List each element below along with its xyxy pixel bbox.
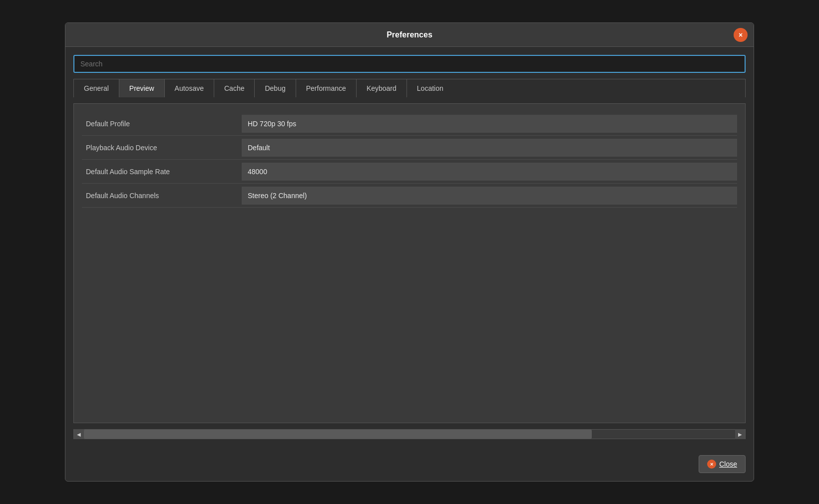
setting-label-default-audio-sample-rate: Default Audio Sample Rate <box>82 163 242 181</box>
tab-cache[interactable]: Cache <box>214 79 255 97</box>
setting-value-default-audio-channels[interactable]: Stereo (2 Channel) <box>242 187 737 205</box>
dialog-body: General Preview Autosave Cache Debug Per… <box>65 47 754 451</box>
setting-value-default-profile[interactable]: HD 720p 30 fps <box>242 115 737 133</box>
title-bar: Preferences × <box>65 23 754 47</box>
tab-keyboard[interactable]: Keyboard <box>357 79 407 97</box>
tab-performance[interactable]: Performance <box>296 79 357 97</box>
close-x-icon: × <box>707 460 716 469</box>
table-row: Default Audio Sample Rate 48000 <box>82 160 737 184</box>
preferences-dialog: Preferences × General Preview Autosave C… <box>65 22 754 482</box>
setting-label-default-audio-channels: Default Audio Channels <box>82 187 242 205</box>
table-row: Playback Audio Device Default <box>82 136 737 160</box>
tab-autosave[interactable]: Autosave <box>165 79 214 97</box>
search-input[interactable] <box>73 55 746 73</box>
scroll-right-button[interactable]: ▶ <box>735 429 745 439</box>
table-row: Default Profile HD 720p 30 fps <box>82 112 737 136</box>
tab-general[interactable]: General <box>74 79 119 97</box>
setting-value-default-audio-sample-rate[interactable]: 48000 <box>242 163 737 181</box>
close-button[interactable]: × Close <box>699 455 746 473</box>
scroll-left-button[interactable]: ◀ <box>74 429 84 439</box>
tab-bar: General Preview Autosave Cache Debug Per… <box>73 79 746 97</box>
setting-label-playback-audio-device: Playback Audio Device <box>82 139 242 157</box>
scroll-thumb <box>84 430 592 439</box>
horizontal-scrollbar: ◀ ▶ <box>73 429 746 439</box>
title-close-button[interactable]: × <box>734 28 748 42</box>
close-button-label: Close <box>719 460 737 468</box>
scroll-track[interactable] <box>84 430 735 439</box>
setting-value-playback-audio-device[interactable]: Default <box>242 139 737 157</box>
tab-location[interactable]: Location <box>407 79 453 97</box>
setting-label-default-profile: Default Profile <box>82 115 242 133</box>
tab-debug[interactable]: Debug <box>255 79 296 97</box>
dialog-title: Preferences <box>387 30 432 39</box>
dialog-footer: × Close <box>65 451 754 481</box>
tab-preview[interactable]: Preview <box>119 79 165 97</box>
content-area: Default Profile HD 720p 30 fps Playback … <box>73 103 746 423</box>
table-row: Default Audio Channels Stereo (2 Channel… <box>82 184 737 208</box>
